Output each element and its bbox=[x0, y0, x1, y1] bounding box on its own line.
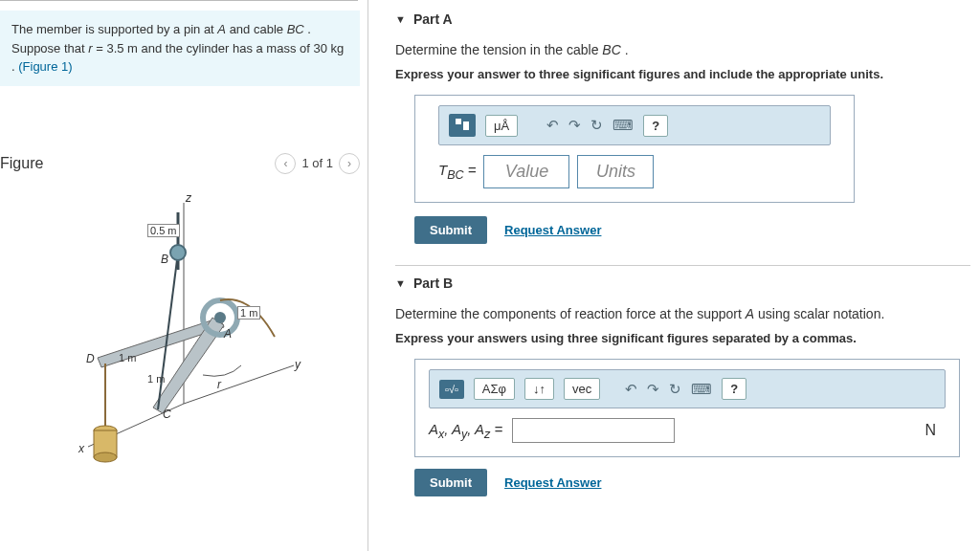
svg-rect-15 bbox=[463, 121, 469, 130]
var-r-fig: r bbox=[217, 378, 221, 391]
var-BC: BC bbox=[287, 22, 304, 36]
var-A: A bbox=[217, 22, 226, 36]
svg-point-8 bbox=[214, 312, 226, 323]
units-button[interactable]: μÅ bbox=[485, 115, 518, 137]
left-panel: The member is supported by a pin at A an… bbox=[0, 0, 368, 551]
template-icon[interactable] bbox=[449, 114, 476, 137]
greek-button[interactable]: ΑΣφ bbox=[474, 378, 515, 400]
part-a-instruct: Express your answer to three significant… bbox=[395, 67, 970, 81]
part-b-header[interactable]: ▼ Part B bbox=[395, 265, 970, 291]
part-a-submit-row: Submit Request Answer bbox=[395, 216, 970, 244]
subscript-icon[interactable]: ↓↑ bbox=[524, 378, 554, 400]
reset-icon[interactable]: ↻ bbox=[590, 117, 603, 134]
figure-diagram: z y x r 0.5 m 1 m 1 m 1 m A B C D bbox=[59, 184, 308, 471]
tbc-label: TBC = bbox=[438, 162, 476, 182]
part-b-toolbar: ▫√▫ ΑΣφ ↓↑ vec ↶ ↷ ↻ ⌨ ? bbox=[429, 369, 946, 408]
redo-icon[interactable]: ↷ bbox=[568, 117, 581, 134]
part-b-instruct: Express your answers using three signifi… bbox=[395, 331, 970, 345]
pager-text: 1 of 1 bbox=[301, 156, 333, 170]
part-b-answer-panel: ▫√▫ ΑΣφ ↓↑ vec ↶ ↷ ↻ ⌨ ? Ax, Ay, Az = N bbox=[414, 359, 960, 457]
figure-title: Figure bbox=[0, 155, 43, 172]
svg-rect-14 bbox=[456, 119, 461, 124]
part-a-title: Part A bbox=[413, 11, 453, 27]
request-answer-b[interactable]: Request Answer bbox=[504, 475, 601, 490]
figure-header: Figure ‹ 1 of 1 › bbox=[0, 153, 360, 174]
part-a-toolbar: μÅ ↶ ↷ ↻ ⌨ ? bbox=[438, 105, 831, 145]
prob-text: The member is supported by a pin at bbox=[11, 22, 217, 36]
pt-B: B bbox=[161, 253, 168, 266]
units-input[interactable]: Units bbox=[577, 155, 654, 188]
submit-button-a[interactable]: Submit bbox=[414, 216, 487, 244]
part-b-title: Part B bbox=[413, 276, 453, 291]
caret-down-icon: ▼ bbox=[395, 277, 406, 289]
request-answer-a[interactable]: Request Answer bbox=[504, 223, 601, 237]
figure-pager: ‹ 1 of 1 › bbox=[275, 153, 360, 174]
dim-1m-b: 1 m bbox=[119, 352, 136, 364]
pt-D: D bbox=[86, 352, 95, 365]
axis-y: y bbox=[295, 358, 301, 371]
svg-line-1 bbox=[184, 365, 294, 404]
figure-link[interactable]: (Figure 1) bbox=[18, 59, 72, 74]
value-input[interactable]: Value bbox=[483, 155, 569, 188]
dim-1m-c: 1 m bbox=[147, 373, 165, 385]
right-panel: ▼ Part A Determine the tension in the ca… bbox=[368, 0, 980, 551]
next-figure-button[interactable]: › bbox=[339, 153, 360, 174]
part-a-header[interactable]: ▼ Part A bbox=[395, 11, 970, 27]
figure-area: z y x r 0.5 m 1 m 1 m 1 m A B C D bbox=[0, 184, 368, 471]
keyboard-icon[interactable]: ⌨ bbox=[612, 117, 634, 134]
caret-down-icon: ▼ bbox=[395, 13, 406, 25]
pt-A: A bbox=[224, 327, 232, 341]
part-b-input-row: Ax, Ay, Az = N bbox=[429, 418, 946, 443]
dim-0.5m: 0.5 m bbox=[147, 224, 180, 237]
part-b-submit-row: Submit Request Answer bbox=[395, 469, 970, 496]
axis-x: x bbox=[78, 442, 84, 455]
undo-icon[interactable]: ↶ bbox=[625, 381, 637, 398]
unit-N: N bbox=[924, 422, 946, 439]
components-input[interactable] bbox=[512, 418, 675, 443]
sqrt-template-icon[interactable]: ▫√▫ bbox=[439, 380, 464, 399]
svg-point-9 bbox=[170, 245, 186, 260]
vec-button[interactable]: vec bbox=[564, 378, 600, 400]
svg-point-13 bbox=[94, 452, 117, 462]
axis-z: z bbox=[186, 191, 191, 205]
undo-icon[interactable]: ↶ bbox=[546, 117, 559, 134]
submit-button-b[interactable]: Submit bbox=[414, 469, 487, 496]
help-button[interactable]: ? bbox=[643, 115, 668, 137]
part-a-answer-panel: μÅ ↶ ↷ ↻ ⌨ ? TBC = Value Units bbox=[414, 95, 855, 203]
dim-1m-a: 1 m bbox=[237, 306, 260, 320]
problem-statement: The member is supported by a pin at A an… bbox=[0, 11, 360, 86]
axyz-label: Ax, Ay, Az = bbox=[429, 421, 502, 441]
prev-figure-button[interactable]: ‹ bbox=[275, 153, 296, 174]
reset-icon[interactable]: ↻ bbox=[669, 381, 681, 398]
part-b-prompt: Determine the components of reaction for… bbox=[395, 306, 970, 321]
keyboard-icon[interactable]: ⌨ bbox=[691, 381, 712, 398]
help-button[interactable]: ? bbox=[722, 378, 746, 400]
redo-icon[interactable]: ↷ bbox=[647, 381, 659, 398]
var-r: r bbox=[88, 41, 92, 55]
part-a-prompt: Determine the tension in the cable BC . bbox=[395, 42, 970, 57]
pt-C: C bbox=[163, 408, 171, 421]
